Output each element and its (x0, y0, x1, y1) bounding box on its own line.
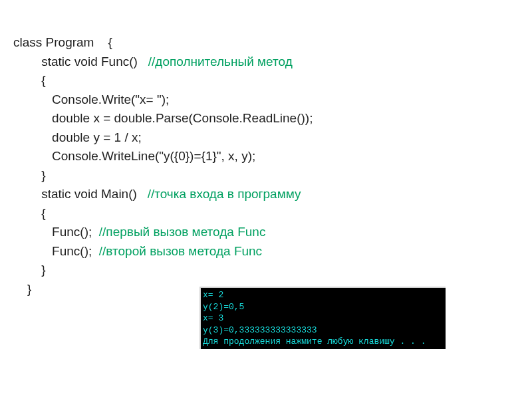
console-output: x= 2 y(2)=0,5 x= 3 y(3)=0,33333333333333… (200, 287, 446, 349)
code-line: } (13, 282, 31, 296)
code-line: { (13, 206, 46, 220)
code-line: static void Func() (13, 55, 148, 68)
code-line: Func(); (13, 244, 99, 258)
code-line: Func(); (13, 225, 99, 239)
code-line: { (13, 73, 46, 87)
code-comment: //точка входа в программу (148, 187, 301, 201)
code-comment: //дополнительный метод (148, 55, 293, 68)
code-line: static void Main() (13, 187, 148, 201)
code-line: double x = double.Parse(Console.ReadLine… (13, 111, 313, 125)
code-block: class Program { static void Func() //доп… (13, 33, 519, 299)
console-line: x= 2 (203, 290, 223, 300)
code-comment: //первый вызов метода Func (99, 225, 266, 239)
code-line: double y = 1 / x; (13, 130, 142, 144)
console-line: x= 3 (203, 313, 223, 323)
code-line: Console.Write("x= "); (13, 92, 169, 106)
code-line: class Program { (13, 35, 112, 49)
code-line: Console.WriteLine("y({0})={1}", x, y); (13, 149, 255, 163)
console-line: y(2)=0,5 (203, 302, 244, 312)
code-comment: //второй вызов метода Func (99, 244, 262, 258)
code-line: } (13, 168, 46, 182)
code-line: } (13, 263, 46, 277)
console-line: Для продолжения нажмите любую клавишу . … (203, 336, 426, 346)
console-line: y(3)=0,333333333333333 (203, 325, 317, 335)
